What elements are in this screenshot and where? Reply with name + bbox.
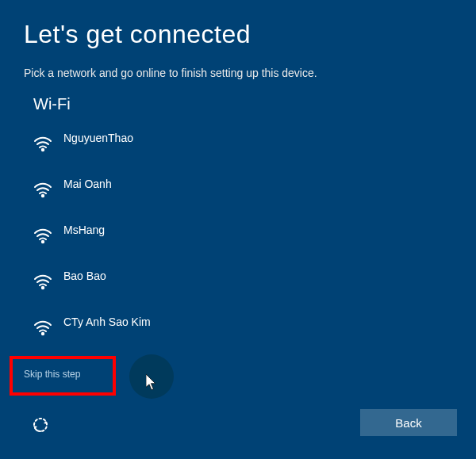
skip-step-link[interactable]: Skip this step: [24, 369, 80, 380]
network-name: NguyuenThao: [63, 132, 133, 144]
cursor-icon: [146, 374, 157, 390]
wifi-icon: [33, 225, 52, 244]
svg-point-0: [42, 149, 44, 151]
network-name: Mai Oanh: [63, 178, 112, 190]
network-item[interactable]: CTy Anh Sao Kim: [33, 304, 476, 350]
svg-point-1: [42, 195, 44, 197]
wifi-icon: [33, 317, 52, 336]
svg-point-3: [42, 287, 44, 289]
wifi-icon: [33, 179, 52, 198]
svg-point-4: [42, 333, 44, 335]
wifi-section-header: Wi-Fi: [0, 79, 476, 120]
back-button[interactable]: Back: [360, 409, 457, 436]
network-item[interactable]: Bao Bao: [33, 258, 476, 304]
svg-point-2: [42, 241, 44, 243]
network-name: MsHang: [63, 224, 105, 236]
page-title: Let's get connected: [0, 0, 476, 49]
network-list: NguyuenThao Mai Oanh MsHang: [0, 120, 476, 350]
subtitle: Pick a network and go online to finish s…: [0, 49, 476, 79]
wifi-icon: [33, 133, 52, 152]
network-name: Bao Bao: [63, 270, 106, 282]
network-item[interactable]: NguyuenThao: [33, 120, 476, 166]
wifi-icon: [33, 271, 52, 290]
refresh-icon[interactable]: [29, 414, 52, 436]
network-name: CTy Anh Sao Kim: [63, 316, 151, 328]
network-item[interactable]: MsHang: [33, 212, 476, 258]
network-item[interactable]: Mai Oanh: [33, 166, 476, 212]
